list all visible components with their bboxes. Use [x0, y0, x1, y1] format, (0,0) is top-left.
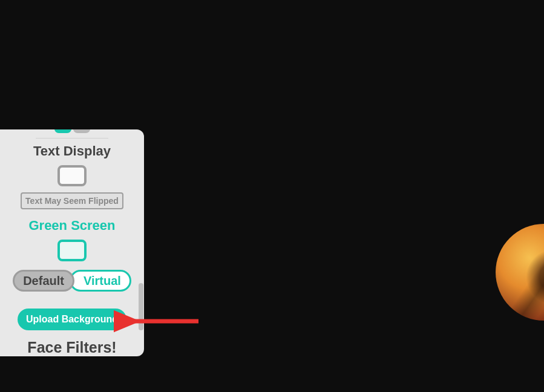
face-filters-heading: Face Filters!: [27, 339, 116, 356]
settings-panel: Text Display Text May Seem Flipped Green…: [0, 129, 144, 356]
green-screen-checkbox[interactable]: [57, 240, 87, 261]
avatar[interactable]: [496, 224, 544, 321]
green-screen-toggle-row: Default Virtual: [13, 270, 131, 292]
text-flipped-note: Text May Seem Flipped: [21, 192, 123, 209]
toggle-virtual[interactable]: Virtual: [70, 270, 131, 292]
section-divider: [36, 138, 108, 139]
tiny-pill-inactive[interactable]: [73, 129, 90, 133]
partial-toggle-row: [54, 129, 90, 133]
text-display-checkbox[interactable]: [57, 165, 87, 187]
upload-background-button[interactable]: Upload Background: [18, 309, 126, 330]
toggle-default[interactable]: Default: [13, 270, 74, 292]
scrollbar-thumb[interactable]: [139, 283, 143, 330]
tiny-pill-active[interactable]: [54, 129, 71, 133]
text-display-heading: Text Display: [33, 143, 111, 159]
green-screen-heading: Green Screen: [28, 218, 115, 234]
